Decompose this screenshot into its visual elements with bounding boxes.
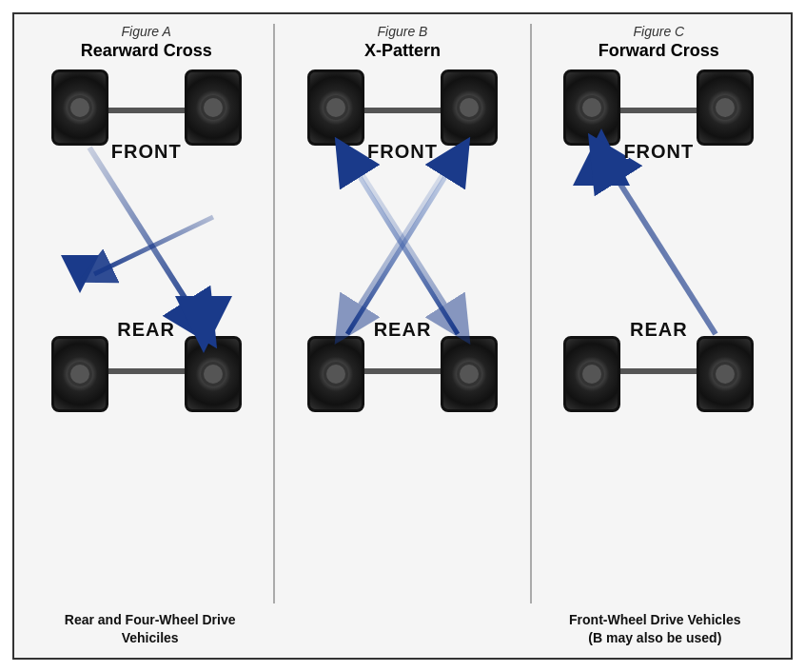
caption-c: Front-Wheel Drive Vehicles (B may also b…: [531, 611, 778, 648]
axle-rear-c: [620, 368, 697, 374]
caption-ab: Rear and Four-Wheel Drive Vehiciles: [27, 611, 274, 648]
tire-rear-right-a: [185, 336, 242, 412]
label-rear-b: REAR: [374, 319, 432, 341]
caption-ab-text: Rear and Four-Wheel Drive Vehiciles: [65, 612, 236, 646]
svg-line-10: [345, 148, 458, 325]
label-front-c: FRONT: [623, 141, 694, 163]
figure-c-diagram: FRONT REAR: [554, 69, 763, 412]
tire-front-right-c: [697, 69, 754, 146]
figure-b: Figure B X-Pattern FRONT REAR: [280, 24, 524, 603]
tire-front-left-a: [51, 69, 108, 146]
figures-row: Figure A Rearward Cross FRONT REAR: [24, 24, 781, 603]
svg-line-17: [603, 157, 716, 334]
svg-line-4: [89, 148, 202, 325]
captions-row: Rear and Four-Wheel Drive Vehiciles Fron…: [24, 603, 781, 648]
figure-a-diagram: FRONT REAR: [42, 69, 251, 412]
figure-c-title: Forward Cross: [599, 41, 719, 62]
label-front-b: FRONT: [367, 141, 438, 163]
tire-rear-left-b: [307, 336, 364, 412]
axle-front-b: [364, 108, 441, 113]
figure-a-label: Figure A: [121, 24, 170, 39]
figure-a-title: Rearward Cross: [81, 41, 212, 62]
figure-c: Figure C Forward Cross FRONT REAR: [537, 24, 781, 603]
figure-b-title: X-Pattern: [364, 41, 441, 62]
caption-c-line1: Front-Wheel Drive Vehicles: [569, 612, 741, 627]
main-container: Figure A Rearward Cross FRONT REAR: [12, 12, 793, 660]
label-rear-c: REAR: [630, 319, 688, 341]
tire-front-right-b: [441, 69, 498, 146]
figure-b-diagram: FRONT REAR: [298, 69, 507, 412]
tire-rear-left-a: [51, 336, 108, 412]
divider-ab: [273, 24, 275, 603]
axle-rear-a: [108, 368, 185, 374]
tire-rear-left-c: [563, 336, 620, 412]
label-front-a: FRONT: [111, 141, 182, 163]
axle-front-c: [620, 108, 697, 113]
divider-bc: [530, 24, 532, 603]
svg-line-13: [347, 157, 458, 334]
tire-rear-right-c: [697, 336, 754, 412]
caption-b-empty: [279, 611, 526, 648]
svg-line-11: [347, 148, 460, 325]
figure-c-label: Figure C: [633, 24, 684, 39]
axle-rear-b: [364, 368, 441, 374]
figure-b-label: Figure B: [378, 24, 428, 39]
tire-rear-right-b: [441, 336, 498, 412]
label-rear-a: REAR: [117, 319, 175, 341]
figure-a: Figure A Rearward Cross FRONT REAR: [24, 24, 268, 603]
caption-c-line2: (B may also be used): [588, 630, 721, 645]
svg-line-12: [347, 157, 458, 334]
tire-front-left-b: [307, 69, 364, 146]
tire-front-left-c: [563, 69, 620, 146]
svg-line-1: [94, 217, 213, 274]
tire-front-right-a: [185, 69, 242, 146]
axle-front-a: [108, 108, 185, 113]
